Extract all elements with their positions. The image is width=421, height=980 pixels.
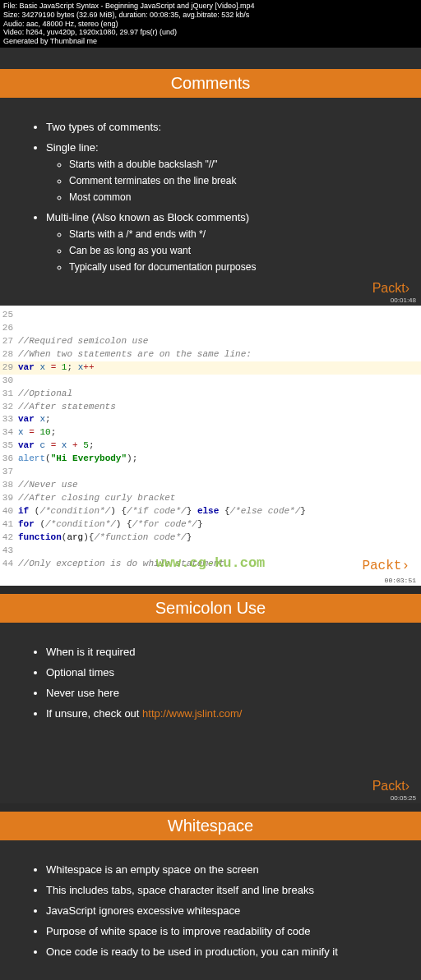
code-line: 41for (/*condition*/) {/*for code*/} [0, 518, 421, 531]
packt-logo: Packt› [372, 281, 409, 296]
list-item: Starts with a /* and ends with */ [69, 228, 398, 240]
list-item: Comment terminates on the line break [69, 175, 398, 186]
packt-logo: Packt› [362, 557, 409, 576]
list-item: Typically used for documentation purpose… [69, 261, 398, 273]
code-line: 38//Never use [0, 479, 421, 492]
code-line: 34x = 10; [0, 426, 421, 439]
code-line: 31//Optional [0, 388, 421, 401]
slide-title: Comments [0, 69, 421, 98]
list-item: Most common [69, 191, 398, 203]
list-item: JavaScript ignores excessive whitespace [46, 904, 398, 917]
code-line: 28//When two statements are on the same … [0, 348, 421, 361]
slide-whitespace: Whitespace Whitespace is an empty space … [0, 812, 421, 980]
slide-comments: Comments Two types of comments: Single l… [0, 48, 421, 306]
code-line: 44//Only exception is do while statement [0, 558, 421, 571]
list-item: Purpose of white space is to improve rea… [46, 925, 398, 937]
slide-title: Whitespace [0, 812, 421, 840]
list-item: When is it required [46, 646, 398, 658]
list-item: Starts with a double backslash "//" [69, 159, 398, 170]
meta-file: File: Basic JavaScript Syntax - Beginnin… [3, 2, 418, 11]
link-prefix: If unsure, check out [46, 707, 142, 720]
code-line: 39//After closing curly bracket [0, 492, 421, 505]
list-item: Multi-line (Also known as Block comments… [46, 211, 398, 273]
bullet-list: When is it required Optional times Never… [31, 646, 398, 720]
code-line: 27//Required semicolon use [0, 335, 421, 348]
meta-audio: Audio: aac, 48000 Hz, stereo (eng) [3, 20, 418, 29]
meta-size: Size: 34279190 bytes (32.69 MiB), durati… [3, 11, 418, 20]
code-line: 36alert("Hi Everybody"); [0, 453, 421, 466]
code-line: 42function(arg){/*function code*/} [0, 531, 421, 545]
list-item: Optional times [46, 666, 398, 679]
code-editor: 252627//Required semicolon use28//When t… [0, 306, 421, 586]
slide-title: Semicolon Use [0, 594, 421, 623]
code-line: 25 [0, 309, 421, 322]
code-line: 26 [0, 322, 421, 335]
packt-logo: Packt› [372, 779, 409, 794]
list-item: Can be as long as you want [69, 245, 398, 256]
list-item: Once code is ready to be used in product… [46, 945, 398, 958]
code-line: 30 [0, 375, 421, 388]
bullet-list: Whitespace is an empty space on the scre… [31, 863, 398, 958]
list-item: If unsure, check out http://www.jslint.c… [46, 707, 398, 720]
file-metadata: File: Basic JavaScript Syntax - Beginnin… [0, 0, 421, 48]
list-item: Whitespace is an empty space on the scre… [46, 863, 398, 876]
bullet-list: Two types of comments: Single line: Star… [31, 121, 398, 273]
code-line: 32//After statements [0, 401, 421, 414]
code-line: 35var c = x + 5; [0, 439, 421, 453]
list-item: Never use here [46, 687, 398, 699]
meta-generated: Generated by Thumbnail me [3, 37, 418, 46]
meta-video: Video: h264, yuv420p, 1920x1080, 29.97 f… [3, 28, 418, 37]
code-line: 37 [0, 466, 421, 479]
list-item: Single line: Starts with a double backsl… [46, 141, 398, 203]
code-line: 43 [0, 545, 421, 558]
code-line: 33var x; [0, 413, 421, 426]
code-line: 29var x = 1; x++ [0, 361, 421, 375]
code-line: 40if (/*condition*/) {/*if code*/} else … [0, 505, 421, 518]
timestamp: 00:03:51 [385, 576, 416, 586]
list-item: Two types of comments: [46, 121, 398, 133]
timestamp: 00:05:25 [391, 794, 416, 802]
jslint-link[interactable]: http://www.jslint.com/ [142, 707, 242, 720]
slide-semicolon: Semicolon Use When is it required Option… [0, 594, 421, 803]
list-item: This includes tabs, space character itse… [46, 884, 398, 896]
timestamp: 00:01:48 [391, 297, 416, 304]
